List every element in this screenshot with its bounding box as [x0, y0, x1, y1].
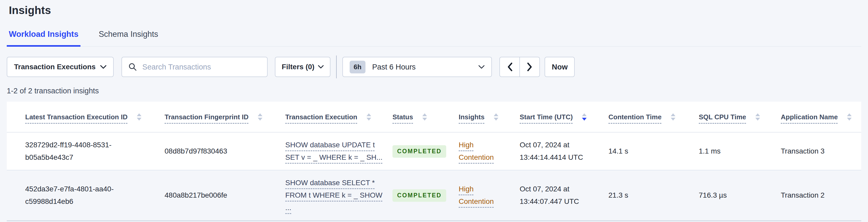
search-input[interactable]: [142, 63, 261, 71]
insights-page: Insights Workload Insights Schema Insigh…: [0, 0, 868, 221]
application-name: Transaction 2: [781, 170, 861, 220]
toolbar-divider: [336, 56, 337, 78]
time-range-label: Past 6 Hours: [372, 63, 416, 71]
chevron-down-icon: [478, 65, 485, 69]
column-header-transaction-execution[interactable]: Transaction Execution: [285, 102, 393, 132]
sort-icon: [258, 113, 262, 121]
column-header-application-name[interactable]: Application Name: [781, 102, 861, 132]
sort-icon: [755, 113, 760, 121]
table-row: 452da3e7-e7fa-4801-aa40-c59988d14eb6 480…: [7, 170, 861, 220]
time-range-pager: [499, 57, 540, 77]
column-header-latest-transaction-execution-id[interactable]: Latest Transaction Execution ID: [7, 102, 164, 132]
insight-type-link[interactable]: High Contention: [459, 183, 501, 208]
chevron-down-icon: [318, 65, 324, 69]
previous-time-range-button[interactable]: [499, 57, 520, 77]
column-header-start-time[interactable]: Start Time (UTC): [520, 102, 609, 132]
chevron-down-icon: [100, 65, 106, 69]
sql-cpu-time: 1.1 ms: [699, 132, 781, 170]
transaction-insights-table: Latest Transaction Execution ID Transact…: [7, 102, 861, 221]
insight-type-dropdown[interactable]: Transaction Executions: [7, 57, 114, 77]
now-button[interactable]: Now: [545, 57, 575, 77]
table-header-row: Latest Transaction Execution ID Transact…: [7, 102, 861, 132]
column-header-insights[interactable]: Insights: [459, 102, 520, 132]
toolbar: Transaction Executions Filters (0) 6h Pa…: [7, 57, 861, 77]
filters-label: Filters (0): [282, 63, 314, 71]
sort-icon: [494, 113, 498, 121]
contention-time: 14.1 s: [609, 132, 699, 170]
transaction-execution-link[interactable]: SHOW database SELECT * FROM t WHERE k = …: [285, 177, 382, 214]
insights-table-card: Latest Transaction Execution ID Transact…: [7, 102, 861, 221]
sort-icon: [422, 113, 427, 121]
table-row: 328729d2-ff19-4408-8531-b05a5b4e43c7 08d…: [7, 132, 861, 170]
sort-icon: [671, 113, 675, 121]
tab-bar: Workload Insights Schema Insights: [7, 30, 861, 47]
results-count: 1-2 of 2 transaction insights: [7, 87, 861, 95]
transaction-fingerprint-id: 480a8b217be006fe: [164, 170, 285, 220]
next-time-range-button[interactable]: [519, 57, 540, 77]
transaction-execution-link[interactable]: SHOW database UPDATE t SET v = _ WHERE k…: [285, 139, 382, 164]
contention-time: 21.3 s: [609, 170, 699, 220]
time-range-picker[interactable]: 6h Past 6 Hours: [342, 57, 492, 77]
chevron-right-icon: [526, 62, 533, 71]
column-header-status[interactable]: Status: [393, 102, 459, 132]
tab-schema-insights[interactable]: Schema Insights: [97, 30, 160, 47]
chevron-left-icon: [506, 62, 513, 71]
insight-type-label: Transaction Executions: [14, 63, 95, 71]
sql-cpu-time: 716.3 µs: [699, 170, 781, 220]
column-header-sql-cpu-time[interactable]: SQL CPU Time: [699, 102, 781, 132]
time-range-badge: 6h: [350, 61, 365, 73]
sort-icon: [367, 113, 371, 121]
start-time: Oct 07, 2024 at 13:44:14.4414 UTC: [520, 139, 587, 164]
column-header-transaction-fingerprint-id[interactable]: Transaction Fingerprint ID: [164, 102, 285, 132]
insight-type-link[interactable]: High Contention: [459, 139, 501, 164]
application-name: Transaction 3: [781, 132, 861, 170]
latest-transaction-execution-id: 452da3e7-e7fa-4801-aa40-c59988d14eb6: [25, 183, 147, 208]
column-header-contention-time[interactable]: Contention Time: [609, 102, 699, 132]
transaction-fingerprint-id: 08d8b7d97f830463: [164, 132, 285, 170]
search-box: [122, 57, 268, 77]
tab-workload-insights[interactable]: Workload Insights: [7, 30, 81, 47]
filters-button[interactable]: Filters (0): [275, 57, 331, 77]
status-badge: COMPLETED: [393, 145, 446, 158]
status-badge: COMPLETED: [393, 189, 446, 202]
sort-icon-active-desc: [582, 113, 587, 121]
sort-icon: [847, 113, 851, 121]
page-title: Insights: [7, 0, 861, 17]
sort-icon: [137, 113, 142, 121]
start-time: Oct 07, 2024 at 13:44:07.447 UTC: [520, 183, 587, 208]
latest-transaction-execution-id: 328729d2-ff19-4408-8531-b05a5b4e43c7: [25, 139, 147, 164]
search-icon: [128, 63, 137, 71]
